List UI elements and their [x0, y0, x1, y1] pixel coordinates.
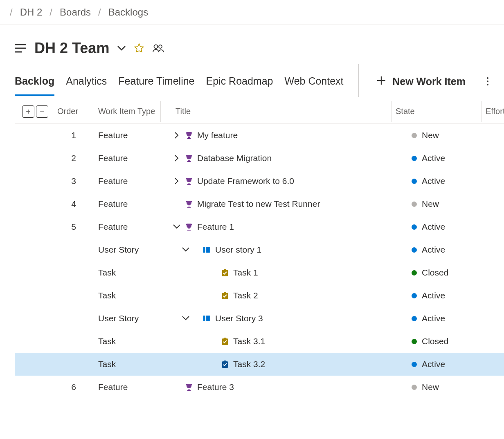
- breadcrumb-sep: /: [91, 7, 108, 18]
- table-row[interactable]: TaskTask 1Closed: [15, 261, 504, 284]
- row-title: Task 3.1: [233, 336, 265, 346]
- row-order: 4: [57, 199, 98, 209]
- clip-y-icon: [221, 291, 229, 300]
- collapse-all-button[interactable]: −: [36, 105, 48, 118]
- title-bar: DH 2 Team: [0, 25, 504, 61]
- col-effort[interactable]: Effort: [481, 101, 504, 122]
- row-state: Active: [422, 176, 445, 186]
- row-type: Task: [98, 291, 160, 300]
- trophy-icon: [185, 383, 193, 391]
- row-title: Task 2: [233, 291, 258, 300]
- tab-web-context[interactable]: Web Context: [285, 73, 344, 96]
- row-state: Active: [422, 359, 445, 369]
- favorite-star-icon[interactable]: [134, 43, 144, 54]
- tab-analytics[interactable]: Analytics: [66, 73, 107, 96]
- row-type: Task: [98, 359, 160, 369]
- clip-y-icon: [221, 269, 229, 277]
- tab-feature-timeline[interactable]: Feature Timeline: [118, 73, 194, 96]
- state-dot-icon: [412, 339, 417, 344]
- breadcrumb: / DH 2 / Boards / Backlogs: [0, 0, 504, 25]
- chevron-right-icon[interactable]: [173, 178, 181, 184]
- state-dot-icon: [412, 247, 417, 253]
- row-state: Active: [422, 291, 445, 300]
- state-dot-icon: [412, 385, 417, 390]
- row-type: Feature: [98, 199, 160, 209]
- row-title: Feature 3: [197, 382, 234, 392]
- row-type: Feature: [98, 130, 160, 140]
- col-state[interactable]: State: [391, 101, 481, 122]
- breadcrumb-sep: /: [42, 7, 60, 18]
- side-panel-toggle-icon[interactable]: [15, 44, 26, 53]
- svg-rect-2: [203, 247, 205, 253]
- row-title: Task 3.2: [233, 359, 265, 369]
- svg-rect-4: [208, 247, 210, 253]
- svg-rect-11: [208, 316, 210, 321]
- svg-rect-3: [206, 247, 208, 253]
- row-state: New: [422, 199, 439, 209]
- row-type: Feature: [98, 176, 160, 186]
- tabs: BacklogAnalyticsFeature TimelineEpic Roa…: [0, 72, 504, 97]
- row-state: Active: [422, 314, 445, 323]
- expand-all-button[interactable]: +: [22, 105, 34, 118]
- chevron-right-icon[interactable]: [173, 132, 181, 139]
- trophy-icon: [185, 177, 193, 185]
- row-order: 2: [57, 153, 98, 163]
- tab-backlog[interactable]: Backlog: [15, 73, 54, 96]
- col-type[interactable]: Work Item Type: [98, 107, 160, 116]
- svg-rect-8: [224, 292, 226, 293]
- row-title: Database Migration: [197, 153, 272, 163]
- svg-rect-10: [206, 316, 208, 321]
- table-row[interactable]: 6FeatureFeature 3New: [15, 376, 504, 399]
- plus-icon[interactable]: [377, 76, 386, 87]
- table-row[interactable]: TaskTask 3.2Active: [15, 353, 504, 376]
- svg-point-1: [159, 45, 162, 48]
- svg-rect-15: [224, 361, 226, 362]
- state-dot-icon: [412, 224, 417, 230]
- chevron-right-icon[interactable]: [173, 155, 181, 161]
- breadcrumb-project[interactable]: DH 2: [20, 7, 43, 18]
- chevron-down-icon[interactable]: [182, 316, 190, 321]
- clip-b-icon: [221, 360, 229, 368]
- row-type: User Story: [98, 245, 160, 255]
- table-row[interactable]: User StoryUser Story 3Active: [15, 307, 504, 330]
- breadcrumb-backlogs[interactable]: Backlogs: [108, 7, 148, 18]
- table-row[interactable]: TaskTask 3.1Closed: [15, 330, 504, 353]
- state-dot-icon: [412, 202, 417, 207]
- state-dot-icon: [412, 316, 417, 321]
- row-title: User story 1: [215, 245, 261, 255]
- row-order: 5: [57, 222, 98, 232]
- table-row[interactable]: 2FeatureDatabase MigrationActive: [15, 147, 504, 170]
- tab-epic-roadmap[interactable]: Epic Roadmap: [206, 73, 273, 96]
- row-state: New: [422, 382, 439, 392]
- state-dot-icon: [412, 133, 417, 138]
- row-type: User Story: [98, 314, 160, 323]
- table-row[interactable]: 4FeatureMigrate Test to new Test RunnerN…: [15, 193, 504, 215]
- row-type: Task: [98, 268, 160, 278]
- team-members-icon[interactable]: [153, 44, 164, 53]
- table-row[interactable]: User StoryUser story 1Active: [15, 238, 504, 261]
- more-actions-icon[interactable]: [487, 77, 488, 85]
- col-order[interactable]: Order: [57, 107, 98, 116]
- table-row[interactable]: 3FeatureUpdate Framework to 6.0Active: [15, 170, 504, 193]
- row-title: User Story 3: [215, 314, 263, 323]
- chevron-down-icon[interactable]: [182, 247, 190, 252]
- breadcrumb-boards[interactable]: Boards: [60, 7, 91, 18]
- row-type: Feature: [98, 153, 160, 163]
- svg-point-0: [154, 45, 158, 49]
- state-dot-icon: [412, 270, 417, 275]
- trophy-icon: [185, 154, 193, 162]
- table-row[interactable]: 1FeatureMy featureNew: [15, 124, 504, 147]
- table-row[interactable]: TaskTask 2Active: [15, 284, 504, 307]
- new-work-item-button[interactable]: New Work Item: [392, 76, 466, 87]
- row-title: My feature: [197, 130, 238, 140]
- table-row[interactable]: 5FeatureFeature 1Active: [15, 215, 504, 238]
- trophy-icon: [185, 223, 193, 231]
- col-title[interactable]: Title: [160, 101, 391, 122]
- chevron-down-icon[interactable]: [173, 224, 181, 229]
- svg-rect-6: [224, 269, 226, 271]
- page-title[interactable]: DH 2 Team: [34, 40, 109, 57]
- row-type: Task: [98, 336, 160, 346]
- backlog-table: + − Order Work Item Type Title State Eff…: [15, 101, 504, 399]
- team-selector-chevron-icon[interactable]: [117, 46, 126, 51]
- trophy-icon: [185, 200, 193, 208]
